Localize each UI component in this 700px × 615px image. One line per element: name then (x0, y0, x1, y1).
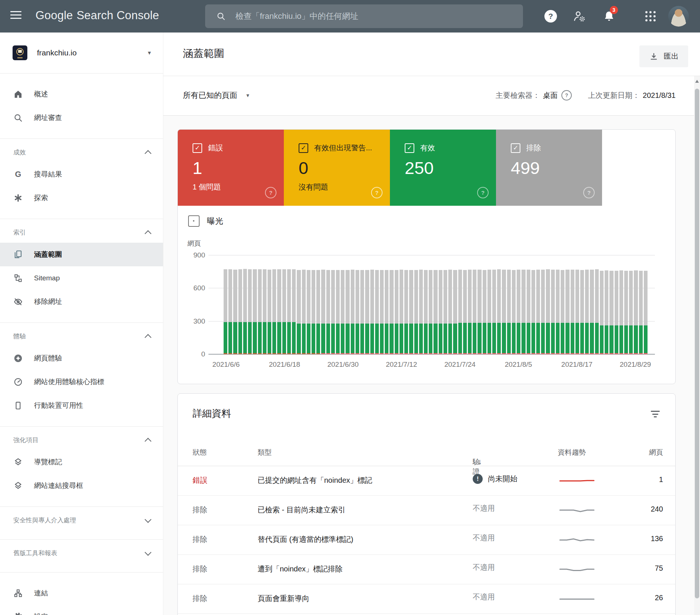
sidebar-section-成效[interactable]: 成效 (0, 142, 163, 163)
x-tick-label: 2021/6/6 (198, 361, 254, 369)
scrollbar-thumb[interactable] (695, 89, 699, 598)
status-card-排除[interactable]: ✓排除499? (496, 130, 602, 206)
filter-list-icon[interactable] (651, 411, 660, 418)
sidebar-item-設定[interactable]: 設定 (0, 605, 163, 615)
user-settings-button[interactable] (572, 9, 587, 24)
bar-2021/6/22 (302, 255, 306, 354)
top-app-bar: GoogleSearch Console ? 3 (0, 0, 700, 33)
status-card-錯誤[interactable]: ✓錯誤11 個問題? (178, 130, 284, 206)
sidebar-divider (0, 539, 163, 540)
page-scope-dropdown[interactable]: 所有已知的頁面 ▼ (183, 90, 250, 100)
sidebar-item-涵蓋範圍[interactable]: 涵蓋範圍 (0, 243, 163, 266)
scrollbar-up-arrow[interactable] (695, 80, 699, 83)
url-inspection-searchbox[interactable] (205, 4, 523, 28)
validation-cell: 不適用 (473, 592, 495, 602)
status-card-有效[interactable]: ✓有效250? (390, 130, 496, 206)
help-circle-icon[interactable]: ? (561, 90, 572, 100)
avatar[interactable] (668, 6, 689, 27)
bar-2021/8/6 (521, 255, 525, 354)
bar-2021/8/27 (624, 255, 628, 354)
validation-cell: !尚未開始 (473, 474, 517, 484)
sidebar-item-Sitemap[interactable]: Sitemap (0, 266, 163, 290)
sidebar-section-安全性與專人介入處理[interactable]: 安全性與專人介入處理 (0, 510, 163, 530)
sidebar-rows: 概述網址審查成效G搜尋結果探索索引涵蓋範圍Sitemap移除網址體驗網頁體驗網站… (0, 74, 163, 615)
sidebar-item-網站連結搜尋框[interactable]: 網站連結搜尋框 (0, 474, 163, 498)
x-tick-label: 2021/8/17 (549, 361, 605, 369)
checkbox-checked-icon[interactable]: ✓ (299, 143, 308, 153)
sidebar-item-概述[interactable]: 概述 (0, 82, 163, 106)
column-type[interactable]: 類型 (258, 448, 272, 457)
table-row-替代頁面 (有適當的標準標記)[interactable]: 排除替代頁面 (有適當的標準標記)不適用136 (178, 525, 675, 555)
help-circle-icon[interactable]: ? (265, 187, 276, 198)
sidebar-item-label: 導覽標記 (34, 457, 62, 467)
table-row-頁面會重新導向[interactable]: 排除頁面會重新導向不適用26 (178, 584, 675, 614)
notifications-button[interactable]: 3 (602, 9, 616, 24)
type-cell: 頁面會重新導向 (258, 594, 309, 604)
pages-count-cell: 26 (655, 594, 663, 602)
table-row-遭到「noindex」標記排除[interactable]: 排除遭到「noindex」標記排除不適用75 (178, 554, 675, 584)
type-cell: 替代頁面 (有適當的標準標記) (258, 534, 353, 544)
pages-count-cell: 75 (655, 564, 663, 573)
bar-2021/7/17 (424, 255, 428, 354)
help-button[interactable]: ? (543, 9, 558, 24)
impressions-checkbox-icon (188, 215, 200, 227)
validation-cell: 不適用 (473, 563, 495, 573)
sidebar-section-體驗[interactable]: 體驗 (0, 326, 163, 346)
y-axis-unit: 網頁 (187, 239, 201, 248)
apps-grid-button[interactable] (644, 9, 657, 24)
column-pages[interactable]: 網頁 (649, 448, 663, 457)
notification-badge: 3 (610, 6, 618, 14)
report-meta: 主要檢索器： 桌面 ? 上次更新日期： 2021/8/31 (496, 90, 676, 100)
help-circle-icon[interactable]: ? (371, 187, 383, 198)
bar-2021/8/30 (639, 255, 643, 354)
bar-2021/8/18 (580, 255, 584, 354)
bar-2021/7/3 (356, 255, 359, 354)
property-name: frankchiu.io (37, 48, 77, 57)
sidebar-divider (0, 219, 163, 219)
sidebar-section-強化項目[interactable]: 強化項目 (0, 430, 163, 450)
bar-2021/8/23 (605, 255, 608, 354)
sidebar-section-舊版工具和報表[interactable]: 舊版工具和報表 (0, 543, 163, 563)
card-label: 錯誤 (208, 143, 223, 153)
sidebar-section-索引[interactable]: 索引 (0, 222, 163, 243)
exclamation-icon: ! (473, 474, 483, 484)
property-selector[interactable]: frankchiu.io ▼ (0, 33, 163, 74)
help-circle-icon[interactable]: ? (477, 187, 489, 198)
bar-2021/8/13 (556, 255, 560, 354)
sidebar-item-探索[interactable]: 探索 (0, 186, 163, 210)
table-row-已提交的網址含有「noindex」標記[interactable]: 錯誤已提交的網址含有「noindex」標記!尚未開始1 (178, 466, 675, 496)
sidebar-item-label: 網頁體驗 (34, 353, 62, 363)
google-g-icon: G (13, 170, 23, 179)
x-tick-label: 2021/8/5 (491, 361, 546, 369)
bar-2021/8/12 (551, 255, 555, 354)
checkbox-checked-icon[interactable]: ✓ (193, 143, 202, 153)
sidebar-item-網站使用體驗核心指標[interactable]: 網站使用體驗核心指標 (0, 370, 163, 394)
menu-icon[interactable] (10, 11, 21, 21)
sidebar-item-搜尋結果[interactable]: G搜尋結果 (0, 163, 163, 186)
checkbox-checked-icon[interactable]: ✓ (511, 143, 520, 153)
trend-sparkline (558, 506, 595, 517)
sidebar-item-網址審查[interactable]: 網址審查 (0, 106, 163, 130)
gear-icon (13, 612, 23, 615)
sidebar-item-網頁體驗[interactable]: 網頁體驗 (0, 346, 163, 370)
search-input[interactable] (235, 11, 502, 21)
bar-chart (224, 255, 648, 354)
sidebar-item-行動裝置可用性[interactable]: 行動裝置可用性 (0, 394, 163, 417)
column-status[interactable]: 狀態 (193, 448, 207, 457)
x-tick-label: 2021/6/30 (315, 361, 371, 369)
bar-2021/6/18 (282, 255, 286, 354)
sidebar-item-移除網址[interactable]: 移除網址 (0, 290, 163, 314)
impressions-toggle[interactable]: 曝光 (188, 215, 223, 227)
bar-2021/6/10 (243, 255, 247, 354)
chevron-down-icon: ▼ (147, 50, 152, 56)
checkbox-checked-icon[interactable]: ✓ (405, 143, 414, 153)
sidebar-item-導覽標記[interactable]: 導覽標記 (0, 450, 163, 474)
sidebar-item-連結[interactable]: 連結 (0, 581, 163, 605)
bar-2021/6/11 (248, 255, 252, 354)
help-circle-icon[interactable]: ? (583, 187, 595, 198)
bar-2021/7/22 (448, 255, 452, 354)
export-button[interactable]: 匯出 (639, 45, 688, 67)
status-card-有效但出現警告...[interactable]: ✓有效但出現警告...0沒有問題? (284, 130, 390, 206)
table-row-已檢索 - 目前尚未建立索引[interactable]: 排除已檢索 - 目前尚未建立索引不適用240 (178, 495, 675, 525)
bar-2021/7/23 (453, 255, 457, 354)
